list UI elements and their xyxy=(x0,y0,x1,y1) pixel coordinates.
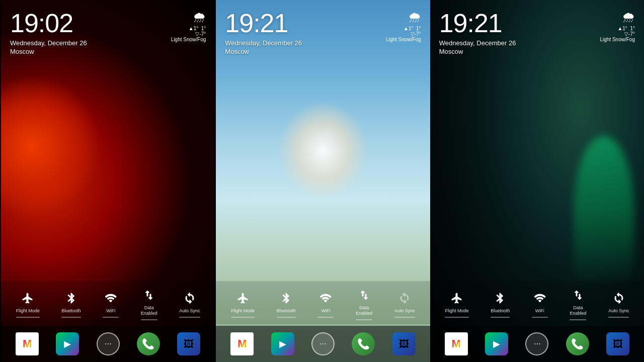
qs-bar-bt-3 xyxy=(491,317,510,318)
dock-3 xyxy=(430,326,644,362)
drawer-icon-2[interactable] xyxy=(311,332,335,355)
phone-icon-1[interactable] xyxy=(137,332,160,355)
qs-wifi-3[interactable]: WiFi xyxy=(532,290,548,318)
qs-wifi-2[interactable]: WiFi xyxy=(317,290,334,318)
qs-bar-wifi-3 xyxy=(532,317,548,318)
gallery-icon-2[interactable] xyxy=(392,332,416,355)
weather-2: 🌨 ▲1° 1° ▽-7° Light Snow/Fog xyxy=(386,10,421,42)
time-1: 19:02 xyxy=(10,10,171,36)
sync-icon-1 xyxy=(182,290,198,306)
weather-range-1: ▲1° 1° xyxy=(171,26,206,31)
screen-2: 19:21 Wednesday, December 26 Moscow 🌨 ▲1… xyxy=(216,0,430,362)
qs-bar-flight-1 xyxy=(16,317,40,318)
weather-3: 🌨 ▲1° 1° ▽-7° Light Snow/Fog xyxy=(600,10,635,42)
weather-low-2: ▽-7° xyxy=(386,31,421,37)
weather-icon-2: 🌨 xyxy=(408,10,421,25)
gmail-icon-2[interactable] xyxy=(230,332,254,355)
play-icon-3[interactable] xyxy=(485,332,508,355)
qs-label-flight-3: Flight Mode xyxy=(445,308,468,314)
qs-sync-2[interactable]: Auto Sync xyxy=(394,290,415,318)
qs-flight-mode-2[interactable]: Flight Mode xyxy=(231,290,255,318)
date-2: Wednesday, December 26 xyxy=(225,39,386,47)
qs-bar-data-1 xyxy=(141,319,157,320)
top-bar-1: 19:02 Wednesday, December 26 Moscow 🌨 ▲1… xyxy=(1,0,215,60)
location-3: Moscow xyxy=(439,48,600,55)
qs-bluetooth-1[interactable]: Bluetooth xyxy=(61,290,80,318)
gmail-icon-1[interactable] xyxy=(16,332,39,355)
qs-flight-mode-1[interactable]: Flight Mode xyxy=(16,290,40,318)
phone-icon-2[interactable] xyxy=(352,332,375,355)
wifi-icon-3 xyxy=(532,290,548,306)
quick-settings-2: Flight Mode Bluetooth WiFi DataEnabled xyxy=(216,281,430,324)
qs-data-2[interactable]: DataEnabled xyxy=(356,287,372,320)
qs-label-bt-3: Bluetooth xyxy=(491,308,510,314)
weather-desc-3: Light Snow/Fog xyxy=(600,37,635,42)
qs-sync-3[interactable]: Auto Sync xyxy=(608,290,629,318)
qs-label-data-2: DataEnabled xyxy=(356,305,372,316)
center-art-2 xyxy=(278,101,368,201)
time-2: 19:21 xyxy=(225,10,386,36)
qs-label-flight-2: Flight Mode xyxy=(231,308,255,314)
weather-low-1: ▽-7° xyxy=(171,31,206,37)
weather-range-2: ▲1° 1° xyxy=(386,26,421,31)
quick-settings-3: Flight Mode Bluetooth WiFi DataEnabled xyxy=(430,281,644,324)
time-3: 19:21 xyxy=(439,10,600,36)
weather-1: 🌨 ▲1° 1° ▽-7° Light Snow/Fog xyxy=(171,10,206,42)
qs-bluetooth-2[interactable]: Bluetooth xyxy=(277,290,296,318)
wifi-icon-1 xyxy=(103,290,119,306)
time-date-1: 19:02 Wednesday, December 26 Moscow xyxy=(10,10,171,55)
gallery-icon-1[interactable] xyxy=(177,332,200,355)
qs-label-sync-1: Auto Sync xyxy=(179,308,200,314)
qs-bar-flight-2 xyxy=(231,317,255,318)
qs-bar-data-2 xyxy=(356,319,372,320)
qs-bar-bt-1 xyxy=(61,317,80,318)
date-3: Wednesday, December 26 xyxy=(439,39,600,47)
data-icon-2 xyxy=(356,287,372,303)
screen-3: 19:21 Wednesday, December 26 Moscow 🌨 ▲1… xyxy=(430,0,644,362)
qs-flight-mode-3[interactable]: Flight Mode xyxy=(445,290,468,318)
gallery-icon-3[interactable] xyxy=(606,332,629,355)
time-date-2: 19:21 Wednesday, December 26 Moscow xyxy=(225,10,386,55)
data-icon-3 xyxy=(570,287,586,303)
qs-bar-sync-2 xyxy=(394,317,415,318)
time-date-3: 19:21 Wednesday, December 26 Moscow xyxy=(439,10,600,55)
qs-bar-sync-3 xyxy=(608,317,629,318)
qs-label-wifi-3: WiFi xyxy=(535,308,544,314)
top-bar-2: 19:21 Wednesday, December 26 Moscow 🌨 ▲1… xyxy=(216,0,430,60)
play-icon-1[interactable] xyxy=(56,332,79,355)
sync-icon-3 xyxy=(611,290,627,306)
gmail-icon-3[interactable] xyxy=(445,332,468,355)
qs-label-wifi-1: WiFi xyxy=(106,308,115,314)
qs-bar-data-3 xyxy=(570,319,586,320)
qs-sync-1[interactable]: Auto Sync xyxy=(179,290,200,318)
plane-icon-1 xyxy=(20,290,36,306)
phone-icon-3[interactable] xyxy=(566,332,589,355)
drawer-icon-1[interactable] xyxy=(97,332,120,355)
weather-low-3: ▽-7° xyxy=(600,31,635,37)
drawer-icon-3[interactable] xyxy=(525,332,548,355)
qs-label-wifi-2: WiFi xyxy=(321,308,330,314)
weather-icon-1: 🌨 xyxy=(193,10,206,25)
bluetooth-icon-3 xyxy=(492,290,508,306)
qs-bar-flight-3 xyxy=(445,317,468,318)
top-bar-3: 19:21 Wednesday, December 26 Moscow 🌨 ▲1… xyxy=(430,0,644,60)
weather-desc-2: Light Snow/Fog xyxy=(386,37,421,42)
qs-bar-bt-2 xyxy=(277,317,296,318)
qs-data-3[interactable]: DataEnabled xyxy=(570,287,586,320)
bluetooth-icon-2 xyxy=(278,290,294,306)
play-icon-2[interactable] xyxy=(271,332,294,355)
qs-bluetooth-3[interactable]: Bluetooth xyxy=(491,290,510,318)
qs-data-1[interactable]: DataEnabled xyxy=(141,287,157,320)
weather-icon-3: 🌨 xyxy=(622,10,635,25)
bluetooth-icon-1 xyxy=(63,290,79,306)
screen-1: 19:02 Wednesday, December 26 Moscow 🌨 ▲1… xyxy=(0,0,216,362)
dock-2 xyxy=(216,326,430,362)
qs-label-bt-2: Bluetooth xyxy=(277,308,296,314)
qs-wifi-1[interactable]: WiFi xyxy=(103,290,119,318)
data-icon-1 xyxy=(141,287,157,303)
plane-icon-2 xyxy=(235,290,251,306)
qs-label-data-3: DataEnabled xyxy=(570,305,586,316)
qs-label-sync-2: Auto Sync xyxy=(394,308,415,314)
qs-label-flight-1: Flight Mode xyxy=(16,308,40,314)
plane-icon-3 xyxy=(449,290,465,306)
